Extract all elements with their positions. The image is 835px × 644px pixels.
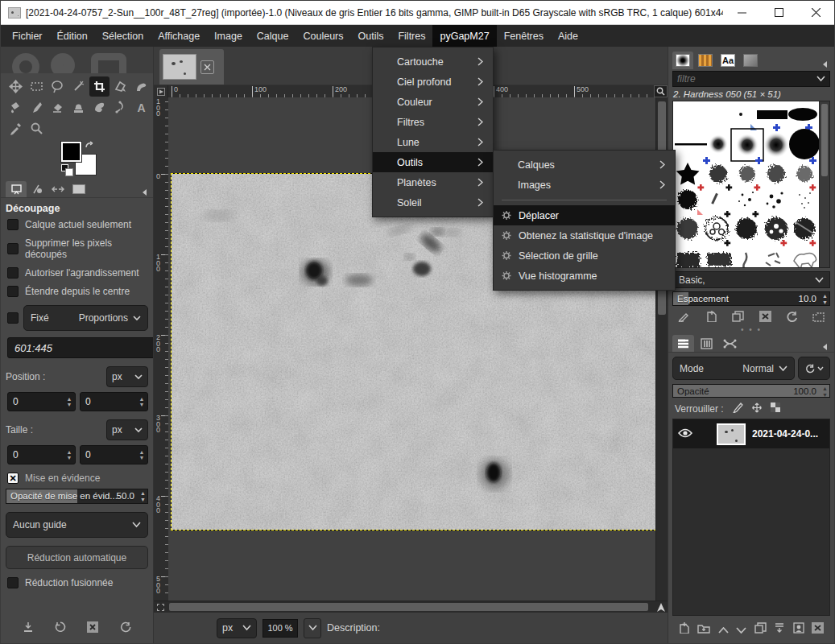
menu-item-planetes[interactable]: Planètes (373, 172, 493, 192)
position-x-spinner[interactable]: ▲▼ (7, 392, 76, 411)
collapse-right-dock-icon[interactable] (821, 60, 830, 69)
delete-brush-icon[interactable] (759, 311, 771, 325)
menu-item-cartouche[interactable]: Cartouche (373, 52, 493, 72)
submenu-item-selection-grille[interactable]: Sélection de grille (494, 246, 675, 266)
checkbox[interactable] (7, 219, 19, 230)
menu-item-outils[interactable]: Outils (373, 152, 493, 172)
menu-fenetres[interactable]: Fenêtres (497, 25, 551, 47)
menu-item-filtres[interactable]: Filtres (373, 112, 493, 132)
clone-tool[interactable] (68, 97, 89, 118)
duplicate-layer-icon[interactable] (754, 622, 767, 637)
maximize-button[interactable] (760, 1, 797, 24)
fuzzy-select-tool[interactable] (68, 76, 89, 97)
size-width-spinner[interactable]: ▲▼ (7, 445, 76, 464)
menu-affichage[interactable]: Affichage (151, 25, 207, 47)
layer-thumbnail[interactable] (717, 423, 746, 445)
mode-reset-button[interactable] (798, 357, 830, 380)
checkbox[interactable] (7, 243, 19, 254)
tab-paths[interactable] (719, 335, 741, 352)
vertical-ruler[interactable]: 100 0 100 200 300 400 500 (154, 97, 168, 601)
brush-grid[interactable] (673, 101, 819, 267)
foreground-color-swatch[interactable] (61, 142, 81, 162)
tab-gradients[interactable] (740, 52, 761, 69)
eraser-tool[interactable] (48, 97, 68, 118)
lower-layer-icon[interactable] (736, 622, 746, 637)
position-y-input[interactable] (81, 396, 136, 407)
checkbox-allow-growing[interactable]: Autoriser l'agrandissement (7, 267, 148, 279)
checkbox[interactable] (7, 286, 19, 297)
minimize-button[interactable] (723, 1, 760, 24)
default-colors-icon[interactable] (61, 164, 68, 171)
size-height-input[interactable] (81, 449, 136, 460)
new-brush-icon[interactable] (706, 311, 717, 325)
lock-pixels-icon[interactable] (732, 402, 743, 415)
swap-colors-icon[interactable] (85, 140, 96, 155)
spinner-arrows-icon[interactable]: ▲▼ (822, 293, 828, 306)
checkbox-highlight[interactable]: ✕Mise en évidence (7, 473, 148, 484)
lock-position-icon[interactable] (751, 402, 763, 415)
navigation-preview-icon[interactable] (655, 601, 668, 613)
free-select-tool[interactable] (48, 76, 68, 97)
visibility-eye-icon[interactable] (678, 427, 692, 441)
collapse-left-dock-icon[interactable] (140, 188, 150, 197)
tab-undo-history[interactable] (48, 181, 68, 197)
move-tool[interactable] (6, 76, 26, 97)
layer-mode-combo[interactable]: Mode Normal (672, 357, 795, 380)
checkbox[interactable] (7, 267, 19, 279)
transform-tool[interactable] (110, 76, 130, 97)
checkbox-delete-cropped-pixels[interactable]: Supprimer les pixels découpés (7, 237, 148, 260)
status-unit-combo[interactable]: px (217, 618, 257, 638)
layer-name[interactable]: 2021-04-24-0... (752, 428, 818, 440)
checkbox-expand-from-center[interactable]: Étendre depuis le centre (7, 286, 148, 297)
menu-item-soleil[interactable]: Soleil (373, 192, 493, 213)
submenu-item-statistique[interactable]: Obtenez la statistique d'image (494, 225, 675, 246)
hscroll-thumb[interactable] (169, 603, 648, 611)
brush-grid-scrollbar[interactable] (819, 101, 829, 267)
ruler-corner-button[interactable] (154, 85, 168, 97)
checkbox-current-layer-only[interactable]: Calque actuel seulement (7, 219, 148, 230)
menu-pygapm27[interactable]: pyGapM27 (432, 25, 496, 47)
fixed-combo[interactable]: Fixé Proportions (23, 305, 148, 331)
close-image-icon[interactable] (200, 60, 214, 74)
menu-item-couleur[interactable]: Couleur (373, 92, 493, 112)
size-width-input[interactable] (8, 449, 64, 460)
collapse-layers-dock-icon[interactable] (821, 342, 830, 352)
spinner-arrows-icon[interactable]: ▲▼ (136, 449, 147, 460)
highlight-opacity-slider[interactable]: Opacité de mise en évid... 50.0 ▲▼ (6, 489, 148, 504)
layer-opacity-slider[interactable]: Opacité 100.0 ▲▼ (672, 384, 830, 398)
size-height-spinner[interactable]: ▲▼ (80, 445, 148, 464)
horizontal-scrollbar[interactable] (167, 601, 655, 613)
menu-couleurs[interactable]: Couleurs (296, 25, 350, 47)
submenu-item-deplacer[interactable]: Déplacer (494, 205, 675, 225)
menu-outils[interactable]: Outils (351, 25, 391, 47)
auto-shrink-button[interactable]: Réduction automatique (6, 546, 148, 569)
tab-device-status[interactable] (27, 181, 48, 197)
submenu-item-vue-histogramme[interactable]: Vue histogramme (494, 266, 675, 286)
zoom-level-field[interactable]: 100 % (262, 619, 298, 638)
close-button[interactable] (797, 1, 834, 24)
rect-select-tool[interactable] (27, 76, 47, 97)
dock-splitter[interactable]: • • • (668, 327, 834, 333)
zoom-dropdown-button[interactable] (304, 618, 321, 638)
submenu-item-images[interactable]: Images (494, 175, 675, 195)
text-tool[interactable]: A (131, 97, 151, 118)
add-mask-icon[interactable] (793, 622, 804, 637)
layer-row[interactable]: 2021-04-24-0... (673, 419, 829, 448)
size-unit-combo[interactable]: px (106, 419, 148, 440)
submenu-item-calques[interactable]: Calques (494, 155, 675, 175)
checkbox[interactable] (7, 577, 19, 588)
smudge-tool[interactable] (89, 97, 110, 118)
menu-filtres[interactable]: Filtres (391, 25, 432, 47)
brush-group-combo[interactable]: Basic, (672, 271, 830, 288)
zoom-tool[interactable] (27, 118, 47, 138)
tab-image-thumbnail[interactable] (68, 181, 89, 197)
color-picker-tool[interactable] (6, 118, 26, 138)
tab-tool-options[interactable] (6, 181, 27, 197)
save-preset-icon[interactable] (23, 621, 34, 636)
handle-transform-tool[interactable] (131, 76, 151, 97)
guides-combo[interactable]: Aucun guide (6, 512, 148, 538)
delete-preset-icon[interactable] (87, 621, 98, 636)
edit-brush-icon[interactable] (678, 311, 691, 325)
spinner-arrows-icon[interactable]: ▲▼ (140, 490, 146, 503)
tab-fonts[interactable]: Aa (717, 52, 738, 69)
